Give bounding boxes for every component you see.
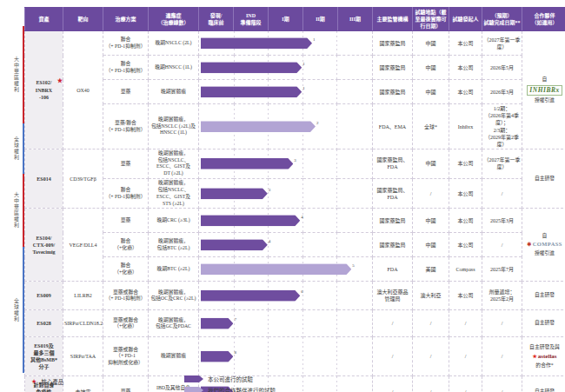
section-label: 全球權利 bbox=[13, 298, 21, 322]
trial-phase-bar bbox=[201, 158, 293, 169]
table-row: 針對自身 免疫性 疾病的分子 未披露 單藥 IBD及其他自身 免疫疾病 / / … bbox=[25, 376, 565, 392]
dark-bar-swatch bbox=[184, 375, 203, 382]
section-rail-greater-china-2: 大中華區權利 bbox=[2, 174, 24, 247]
regulator-cell: FDA bbox=[373, 257, 413, 282]
bar-sup: 3 bbox=[269, 187, 271, 193]
milestone-cell: 劑量遞增： 2025年2月 bbox=[482, 282, 522, 310]
table-row: 聯合 （+化療） 晚期實體瘤， 包括BTC (≥2L) 4 國家藥監局 中國 本… bbox=[25, 233, 565, 257]
trial-phase-bar bbox=[201, 121, 316, 132]
sponsor-cell: 本公司 bbox=[449, 233, 482, 257]
section-rail-global-1: 全球權利 bbox=[2, 123, 24, 174]
section-rail-global-2: 全球權利 bbox=[2, 247, 24, 373]
partner-cell-inhouse: 自主研發 bbox=[522, 282, 565, 310]
milestone-cell: / bbox=[482, 233, 522, 257]
compass-logo: COMPASS bbox=[527, 241, 562, 249]
partner-cell-inhouse: 自主研發 bbox=[522, 149, 565, 209]
section-rail-greater-china-1: 大中華區權利 bbox=[2, 26, 24, 123]
location-cell: 中國 bbox=[413, 149, 449, 178]
bar-sup: 5 bbox=[352, 262, 355, 269]
plan-cell: 單藥 bbox=[103, 209, 149, 233]
bar-sup: 6 bbox=[301, 289, 303, 296]
regulator-cell: 國家藥監局 bbox=[373, 31, 413, 56]
regulator-cell: / bbox=[373, 310, 413, 337]
table-row: ES104/ CTX-009/ Tovecimig VEGF/DLL4 單藥 晚… bbox=[25, 209, 565, 233]
legend-partner-trial: 我們的合作夥伴進行的試驗 bbox=[184, 386, 276, 392]
target-cell: CD39/TGFβ bbox=[63, 149, 103, 209]
indication-cell: 晚期實體瘤， 包括NSCLC、 ESCC、GIST及 DT (≥2L) bbox=[149, 149, 199, 178]
asset-cell-es009: ES009 bbox=[25, 282, 63, 310]
legend-core-product: ★ 核心產品 bbox=[31, 377, 63, 386]
regulator-cell: 國家藥監局 bbox=[373, 233, 413, 257]
plan-cell: 聯合 （+ PD-1抑制劑） bbox=[103, 56, 149, 80]
regulator-cell: / bbox=[373, 337, 413, 376]
indication-cell: 晚期實體瘤， 包括GC及PDAC bbox=[149, 310, 199, 337]
regulator-cell: 國家藥監局 bbox=[373, 56, 413, 80]
plan-cell: 單藥或聯合 （+ PD-1 抑制劑或化療） bbox=[103, 337, 149, 376]
phase-cell: 4 bbox=[199, 209, 373, 233]
sponsor-cell: 本公司 bbox=[449, 80, 482, 104]
plan-cell: 聯合 （+ PD-1抑制劑） bbox=[103, 31, 149, 56]
sponsor-cell: 本公司 bbox=[449, 149, 482, 178]
phase-cell: 5 bbox=[199, 257, 373, 282]
regulator-cell: 國家藥監局、 FDA bbox=[373, 149, 413, 178]
location-cell: 中國 bbox=[413, 31, 449, 56]
indication-cell: 晚期實體瘤， 包括NSCLC、 ESCC、GIST及 STS (≥2L) bbox=[149, 179, 199, 209]
milestone-cell: / bbox=[482, 376, 522, 392]
partner-prefix: 自主研發及與 bbox=[529, 344, 560, 351]
location-cell: 中國 bbox=[413, 233, 449, 257]
location-cell: 澳大利亞 bbox=[413, 282, 449, 310]
sponsor-cell: 本公司 bbox=[449, 209, 482, 233]
regulator-cell: 澳大利亞藥品 管理局 bbox=[373, 282, 413, 310]
trial-phase-bar bbox=[201, 290, 300, 302]
table-row: ES014 CD39/TGFβ 單藥 晚期實體瘤， 包括NSCLC、 ESCC、… bbox=[25, 149, 565, 178]
legend-dark-label: 本公司進行的試驗 bbox=[208, 375, 253, 383]
phase-cell: 1 bbox=[199, 80, 373, 104]
col-header-target: 靶向 bbox=[63, 8, 103, 31]
table-row: 單藥 晚期實體瘤 1 國家藥監局 中國 本公司 2026年3月 bbox=[25, 80, 565, 104]
plan-cell: 聯合 （+ PD-1抑制劑） bbox=[103, 179, 149, 209]
trial-phase-bar bbox=[201, 215, 300, 226]
target-cell: SIRPα/TAA bbox=[63, 337, 103, 376]
col-header-regulator: 主要監管機構 bbox=[373, 8, 413, 31]
table-row: ES102/ INBRX -106★ OX40 聯合 （+ PD-1抑制劑） 晚… bbox=[25, 31, 565, 56]
table-row: ES019及 最多三個 其他BsMB* 分子 SIRPα/TAA 單藥或聯合 （… bbox=[25, 337, 565, 376]
trial-phase-bar bbox=[201, 86, 302, 97]
plan-cell: 單藥或聯合 （+ PD-1抑制劑） bbox=[103, 282, 149, 310]
col-header-asset: 資產 bbox=[25, 8, 63, 31]
partner-suffix: 的合作* bbox=[535, 362, 553, 369]
indication-cell: 晚期CRC (≥3L) bbox=[149, 209, 199, 233]
table-row: ES009 LILRB2 單藥或聯合 （+ PD-1抑制劑） 晚期實體瘤， 包括… bbox=[25, 282, 565, 310]
regulator-cell: FDA、EMA bbox=[373, 104, 413, 149]
indication-cell: 晚期實體瘤 bbox=[149, 80, 199, 104]
milestone-cell: 2025年7月 bbox=[482, 257, 522, 282]
table-row: 聯合 （+化療） 晚期BTC (≥2L) 5 FDA 美國 Compass 20… bbox=[25, 257, 565, 282]
asset-cell-es028: ES028 bbox=[25, 310, 63, 337]
partner-cell-compass: 自 COMPASS 授權引進 bbox=[522, 209, 565, 282]
milestone-cell: / bbox=[482, 179, 522, 209]
bar-sup: 7 bbox=[234, 317, 236, 323]
target-cell: LILRB2 bbox=[63, 282, 103, 310]
phase-cell: 2 bbox=[199, 104, 373, 149]
milestone-cell: 2026年3月 bbox=[482, 80, 522, 104]
plan-cell: 單藥 bbox=[103, 149, 149, 178]
bar-sup: 4 bbox=[269, 238, 271, 244]
pipeline-page: 大中華區權利 全球權利 大中華區權利 全球權利 資產 靶向 治療方案 適應症 （… bbox=[0, 0, 565, 392]
phase-cell: 1 bbox=[199, 31, 373, 56]
phase-cell: 1 bbox=[199, 56, 373, 80]
trial-phase-bar bbox=[201, 263, 351, 275]
trial-phase-bar bbox=[201, 351, 233, 362]
col-header-ind: IND 準備階段 bbox=[234, 8, 269, 31]
asset-cell-es014: ES014 bbox=[25, 149, 63, 209]
regulator-cell: / bbox=[373, 376, 413, 392]
col-header-partner: 合作夥伴 （如適用） bbox=[522, 8, 565, 31]
legend-company-trial: 本公司進行的試驗 bbox=[184, 375, 276, 383]
sponsor-cell: / bbox=[449, 337, 482, 376]
section-label: 大中華區權利 bbox=[13, 192, 21, 229]
bar-sup: 1 bbox=[302, 61, 305, 67]
sponsor-cell: 本公司 bbox=[449, 282, 482, 310]
table-row: ES028 SIRPα/CLDN18.2 單藥或聯合 （+化療） 晚期實體瘤， … bbox=[25, 310, 565, 337]
core-product-star-icon: ★ bbox=[57, 77, 63, 85]
trial-phase-bar bbox=[201, 318, 233, 329]
indication-cell: 晚期實體瘤， 包括OC及CRC (≥2L) bbox=[149, 282, 199, 310]
plan-cell: 單藥/聯合 （+ PD-1抑制劑） bbox=[103, 104, 149, 149]
